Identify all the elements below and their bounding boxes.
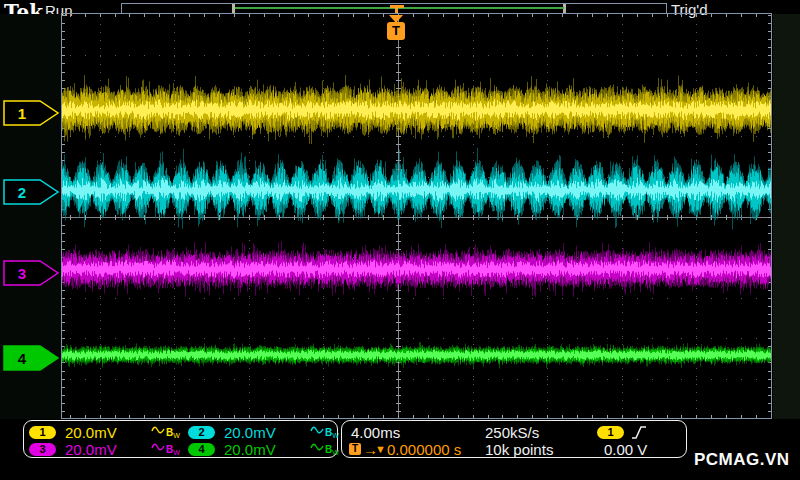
channel-1-badge[interactable]: 1 [29, 426, 56, 439]
svg-text:1: 1 [18, 105, 26, 122]
channel-1-position-marker[interactable]: 1 [3, 100, 61, 126]
channel-3-badge[interactable]: 3 [29, 443, 56, 456]
waveform-display[interactable] [62, 14, 771, 418]
horizontal-trigger-readout-box: 4.00ms 250kS/s 1 T → ▼ 0.000000 s 10k po… [341, 420, 687, 458]
channel-1-scale[interactable]: 20.0mV [65, 425, 117, 440]
channel-4-scale[interactable]: 20.0mV [224, 442, 276, 457]
svg-text:4: 4 [18, 350, 27, 367]
channel-4-coupling-bw-icons: BW [310, 442, 339, 459]
ac-coupling-icon [310, 442, 325, 453]
channel-2-badge[interactable]: 2 [188, 426, 215, 439]
svg-text:3: 3 [18, 265, 26, 282]
channel-4-position-marker[interactable]: 4 [3, 345, 61, 371]
trigger-source-badge[interactable]: 1 [597, 426, 624, 439]
ac-coupling-icon [151, 425, 166, 436]
record-length: 10k points [485, 442, 553, 457]
ac-coupling-icon [151, 442, 166, 453]
watermark: PCMAG.VN [694, 450, 790, 470]
channel-3-position-marker[interactable]: 3 [3, 260, 61, 286]
trigger-time-icon: T [349, 443, 361, 455]
triangle-down-icon: ▼ [375, 443, 386, 456]
right-margin [773, 14, 800, 419]
channel-2-scale[interactable]: 20.0mV [224, 425, 276, 440]
channel-2-position-marker[interactable]: 2 [3, 179, 61, 205]
oscilloscope-screen: Tek Run Trig'd 1234 T 1 20.0mV BW 2 20.0… [0, 0, 800, 480]
channel-3-scale[interactable]: 20.0mV [65, 442, 117, 457]
channel-readout-box: 1 20.0mV BW 2 20.0mV BW 3 20.0mV BW 4 20… [23, 420, 338, 458]
trigger-position-marker[interactable]: T [387, 22, 405, 40]
channel-4-badge[interactable]: 4 [188, 443, 215, 456]
horizontal-scale[interactable]: 4.00ms [351, 425, 400, 440]
rising-edge-icon [630, 425, 648, 440]
channel-3-coupling-bw-icons: BW [151, 442, 180, 459]
ac-coupling-icon [310, 425, 325, 436]
trigger-level[interactable]: 0.00 V [604, 442, 647, 457]
channel-1-coupling-bw-icons: BW [151, 425, 180, 442]
channel-2-coupling-bw-icons: BW [310, 425, 339, 442]
svg-text:2: 2 [18, 184, 26, 201]
trigger-position-readout[interactable]: 0.000000 s [387, 442, 461, 457]
sample-rate: 250kS/s [485, 425, 539, 440]
